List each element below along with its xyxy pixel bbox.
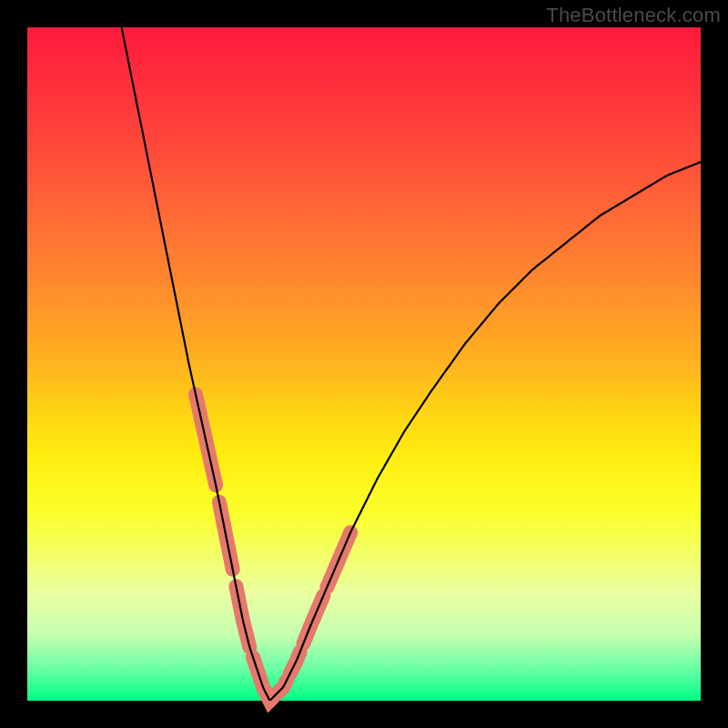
watermark-text: TheBottleneck.com [546, 4, 721, 27]
curve-svg [27, 27, 701, 701]
bottleneck-curve [122, 27, 701, 700]
chart-frame: TheBottleneck.com [0, 0, 728, 728]
highlight-layer [196, 394, 350, 701]
plot-area [27, 27, 701, 701]
